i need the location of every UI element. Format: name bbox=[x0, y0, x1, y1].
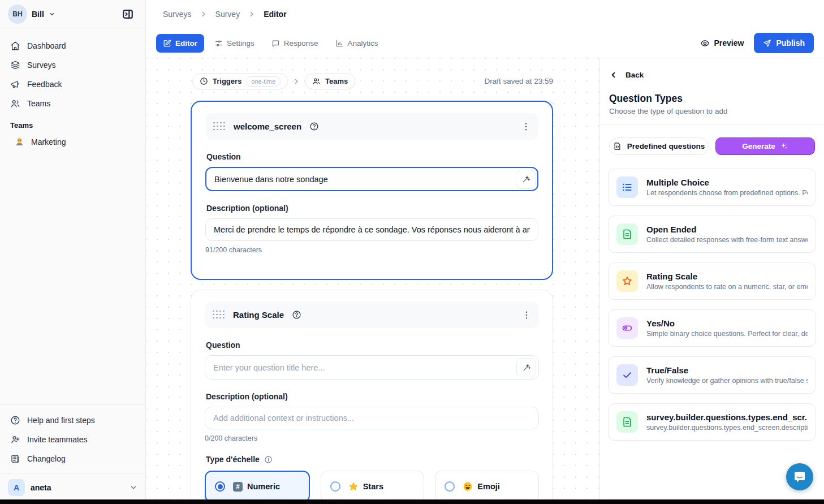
star-icon bbox=[616, 270, 638, 292]
chevron-left-icon bbox=[609, 71, 618, 79]
chevron-down-icon[interactable] bbox=[49, 11, 55, 18]
help-circle-icon[interactable] bbox=[292, 310, 301, 320]
sidebar-item-invite[interactable]: Invite teammates bbox=[6, 430, 140, 449]
breadcrumb-survey[interactable]: Survey bbox=[215, 10, 240, 19]
magic-wand-button[interactable] bbox=[516, 358, 536, 377]
char-counter: 91/200 characters bbox=[205, 246, 538, 254]
document-icon bbox=[616, 411, 638, 433]
question-label: Question bbox=[206, 341, 538, 350]
triggers-badge: one-time bbox=[246, 76, 281, 87]
predefined-questions-button[interactable]: Predefined questions bbox=[609, 137, 709, 155]
panel-collapse-icon bbox=[122, 8, 134, 20]
magic-wand-icon bbox=[522, 363, 531, 372]
kebab-menu-icon[interactable]: ⋮ bbox=[522, 311, 531, 320]
type-description: Allow respondents to rate on a numeric, … bbox=[646, 283, 808, 291]
tab-settings[interactable]: Settings bbox=[208, 34, 261, 53]
breadcrumb-surveys[interactable]: Surveys bbox=[163, 10, 192, 19]
question-title-input[interactable] bbox=[205, 355, 539, 380]
description-input[interactable] bbox=[205, 407, 539, 429]
type-description: Collect detailed responses with free-for… bbox=[646, 236, 808, 244]
description-input[interactable] bbox=[205, 218, 538, 241]
sidebar-item-label: Teams bbox=[27, 99, 50, 108]
drag-handle-icon[interactable] bbox=[213, 122, 226, 131]
sidebar-collapse-button[interactable] bbox=[118, 5, 137, 24]
type-card-yes-no[interactable]: Yes/No Simple binary choice questions. P… bbox=[608, 309, 816, 347]
account-avatar: A bbox=[8, 479, 25, 496]
chat-launcher-button[interactable] bbox=[786, 463, 813, 490]
check-icon bbox=[616, 364, 638, 386]
publish-label: Publish bbox=[776, 38, 805, 48]
sidebar-item-help[interactable]: Help and first steps bbox=[6, 411, 140, 430]
drag-handle-icon[interactable] bbox=[213, 311, 225, 320]
workspace-avatar[interactable]: BH bbox=[8, 5, 27, 24]
question-card-header: Rating Scale ⋮ bbox=[205, 301, 539, 328]
char-counter: 0/200 characters bbox=[205, 434, 539, 442]
sidebar-item-feedback[interactable]: Feedback bbox=[6, 75, 140, 94]
pencil-square-icon bbox=[163, 39, 171, 48]
scale-type-label: Type d'échelle bbox=[206, 455, 538, 464]
type-description: Let respondents choose from predefined o… bbox=[646, 189, 808, 197]
sidebar-item-label: Feedback bbox=[27, 80, 62, 89]
sidebar-team-marketing[interactable]: Marketing bbox=[6, 133, 140, 150]
sidebar-item-label: Changelog bbox=[27, 454, 66, 463]
question-type-list: Multiple Choice Let respondents choose f… bbox=[600, 161, 824, 449]
editor-toolbar: Editor Settings Response Analytics Previ… bbox=[146, 28, 824, 58]
sidebar-footer: Help and first steps Invite teammates Ch… bbox=[0, 404, 145, 468]
survey-canvas[interactable]: Triggers one-time Teams Draft saved at 2… bbox=[146, 58, 599, 504]
type-card-true-false[interactable]: True/False Verify knowledge or gather op… bbox=[608, 356, 816, 394]
scale-option-emoji[interactable]: Emoji bbox=[435, 471, 539, 502]
type-description: Verify knowledge or gather opinions with… bbox=[646, 377, 808, 385]
generate-button[interactable]: Generate bbox=[715, 137, 815, 155]
type-card-end-screen[interactable]: survey.builder.questions.types.end_scr..… bbox=[608, 403, 816, 441]
sidebar-item-surveys[interactable]: Surveys bbox=[6, 55, 140, 75]
send-icon bbox=[763, 39, 771, 48]
sidebar-item-changelog[interactable]: Changelog bbox=[6, 449, 140, 468]
chevron-down-icon bbox=[130, 484, 137, 492]
type-description: Simple binary choice questions. Perfect … bbox=[646, 330, 808, 338]
triggers-label: Triggers bbox=[213, 77, 241, 85]
bar-chart-icon bbox=[335, 39, 344, 48]
sidebar-item-dashboard[interactable]: Dashboard bbox=[6, 36, 140, 55]
tab-label: Response bbox=[284, 39, 318, 48]
back-button[interactable]: Back bbox=[600, 71, 824, 79]
tab-analytics[interactable]: Analytics bbox=[329, 34, 385, 53]
toggle-icon bbox=[616, 317, 638, 339]
account-name: aneta bbox=[31, 483, 124, 492]
list-icon bbox=[616, 176, 638, 198]
document-code-icon bbox=[613, 142, 622, 150]
magic-wand-icon bbox=[521, 175, 530, 184]
sparkles-icon bbox=[780, 142, 788, 150]
tab-label: Editor bbox=[175, 39, 197, 48]
info-circle-icon[interactable] bbox=[264, 455, 273, 464]
scale-option-stars[interactable]: Stars bbox=[321, 471, 425, 502]
triggers-chip[interactable]: Triggers one-time bbox=[192, 73, 288, 89]
teams-chip-label: Teams bbox=[325, 77, 348, 85]
sidebar-item-teams[interactable]: Teams bbox=[6, 94, 140, 113]
help-circle-icon[interactable] bbox=[309, 122, 319, 131]
workspace-name[interactable]: Bill bbox=[32, 10, 44, 19]
chevron-right-icon bbox=[248, 10, 256, 18]
sidebar-item-label: Surveys bbox=[27, 61, 56, 70]
type-card-multiple-choice[interactable]: Multiple Choice Let respondents choose f… bbox=[608, 169, 816, 206]
type-title: Rating Scale bbox=[646, 272, 808, 281]
speech-bubble-icon bbox=[271, 39, 280, 48]
magic-wand-button[interactable] bbox=[516, 170, 536, 189]
question-title-input[interactable] bbox=[205, 167, 538, 191]
scale-option-numeric[interactable]: #Numeric bbox=[205, 471, 310, 502]
tab-response[interactable]: Response bbox=[265, 34, 325, 53]
preview-label: Preview bbox=[714, 38, 744, 48]
teams-chip[interactable]: Teams bbox=[305, 73, 355, 89]
home-icon bbox=[10, 41, 20, 51]
publish-button[interactable]: Publish bbox=[754, 33, 814, 53]
number-keycap-icon: # bbox=[233, 482, 243, 492]
question-card-header: welcome_screen ⋮ bbox=[205, 113, 538, 140]
sidebar-item-label: Invite teammates bbox=[27, 435, 88, 444]
type-card-rating-scale[interactable]: Rating Scale Allow respondents to rate o… bbox=[608, 262, 816, 300]
type-card-open-ended[interactable]: Open Ended Collect detailed responses wi… bbox=[608, 216, 816, 253]
question-card-welcome-screen[interactable]: welcome_screen ⋮ Question Description (o… bbox=[191, 101, 553, 280]
tab-editor[interactable]: Editor bbox=[156, 34, 204, 53]
kebab-menu-icon[interactable]: ⋮ bbox=[521, 122, 530, 131]
megaphone-icon bbox=[10, 79, 20, 89]
preview-button[interactable]: Preview bbox=[700, 38, 744, 48]
question-card-rating-scale[interactable]: Rating Scale ⋮ Question Description (opt… bbox=[191, 290, 553, 504]
